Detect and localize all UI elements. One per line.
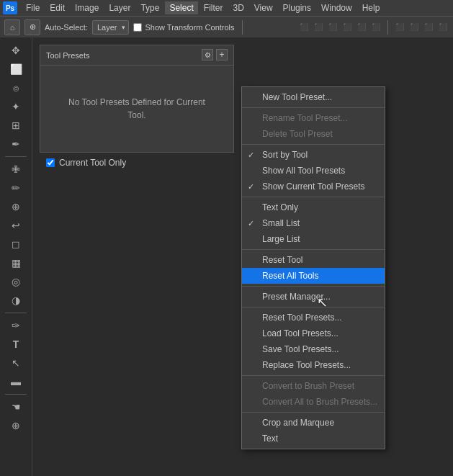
transform-checkbox[interactable]: Show Transform Controls [133, 23, 234, 32]
healing-lt-icon[interactable]: ✙ [7, 161, 24, 178]
menu-sep-4 [242, 249, 385, 250]
pen-lt-icon[interactable]: ✑ [7, 317, 24, 334]
align-bottom-icon[interactable]: ⬛ [370, 22, 382, 33]
lt-sep2 [5, 313, 27, 313]
transform-checkbox-label: Show Transform Controls [145, 23, 234, 32]
panel-footer: Current Tool Only [40, 152, 233, 172]
menu-item-new-tool-preset[interactable]: New Tool Preset... [242, 89, 385, 105]
menu-sep-2 [242, 144, 385, 145]
layer-dropdown[interactable]: Layer [92, 20, 130, 35]
menu-sep-1 [242, 107, 385, 108]
transform-icon[interactable]: ⊕ [24, 19, 40, 35]
lt-sep1 [5, 156, 27, 157]
magic-wand-lt-icon[interactable]: ✦ [7, 98, 24, 115]
sort-by-tool-label: Sort by Tool [262, 150, 308, 160]
menu-3d[interactable]: 3D [228, 1, 248, 14]
select-rect-lt-icon[interactable]: ⬜ [7, 60, 24, 78]
panel-gear-icon[interactable]: ⚙ [202, 49, 213, 60]
align-center-h-icon[interactable]: ⬛ [313, 22, 324, 33]
reset-tool-label: Reset Tool [262, 255, 302, 265]
menu-file[interactable]: File [22, 1, 44, 14]
menu-type[interactable]: Type [136, 1, 163, 14]
menu-item-text-only[interactable]: Text Only [242, 199, 385, 215]
menu-item-reset-tool[interactable]: Reset Tool [242, 252, 385, 268]
brush-lt-icon[interactable]: ✏ [7, 179, 24, 197]
menu-window[interactable]: Window [317, 1, 356, 14]
reset-all-tools-label: Reset All Tools [262, 271, 319, 281]
menu-item-load-tool-presets[interactable]: Load Tool Presets... [242, 325, 385, 341]
distribute-right-icon[interactable]: ⬛ [423, 22, 434, 33]
show-current-label: Show Current Tool Presets [262, 181, 365, 192]
eyedropper-lt-icon[interactable]: ✒ [7, 135, 24, 153]
zoom-lt-icon[interactable]: ⊕ [7, 417, 24, 434]
menu-item-delete-preset: Delete Tool Preset [242, 126, 385, 142]
options-toolbar: ⌂ ⊕ Auto-Select: Layer Show Transform Co… [0, 16, 453, 37]
menu-sep-3 [242, 197, 385, 197]
menu-item-crop-marquee[interactable]: Crop and Marquee [242, 415, 385, 431]
menu-layer[interactable]: Layer [104, 1, 135, 14]
panel-plus-icon[interactable]: + [216, 49, 228, 60]
lasso-lt-icon[interactable]: ⌾ [7, 79, 24, 96]
menu-item-large-list[interactable]: Large List [242, 231, 385, 247]
new-tool-preset-label: New Tool Preset... [262, 92, 332, 102]
menu-help[interactable]: Help [358, 1, 385, 14]
current-tool-only-label: Current Tool Only [59, 158, 126, 168]
convert-all-to-brush-label: Convert All to Brush Presets... [262, 397, 377, 407]
align-top-icon[interactable]: ⬛ [341, 22, 353, 33]
menu-item-show-all[interactable]: Show All Tool Presets [242, 163, 385, 179]
distribute-top-icon[interactable]: ⬛ [437, 22, 449, 33]
current-tool-only-checkbox[interactable] [46, 158, 55, 167]
align-icons: ⬛ ⬛ ⬛ ⬛ ⬛ ⬛ ⬛ ⬛ ⬛ ⬛ [298, 20, 449, 35]
reset-tool-presets-label: Reset Tool Presets... [262, 313, 342, 323]
menu-edit[interactable]: Edit [45, 1, 69, 14]
save-tool-presets-label: Save Tool Presets... [262, 344, 339, 354]
history-lt-icon[interactable]: ↩ [7, 217, 24, 234]
menu-image[interactable]: Image [71, 1, 103, 14]
distribute-left-icon[interactable]: ⬛ [394, 22, 405, 33]
move-tool-lt-icon[interactable]: ✥ [7, 42, 24, 59]
menu-item-show-current[interactable]: ✓ Show Current Tool Presets [242, 179, 385, 194]
distribute-center-h-icon[interactable]: ⬛ [408, 22, 420, 33]
menu-item-sort-by-tool[interactable]: ✓ Sort by Tool [242, 147, 385, 163]
menu-plugins[interactable]: Plugins [279, 1, 315, 14]
menu-item-reset-all-tools[interactable]: Reset All Tools [242, 268, 385, 284]
crop-marquee-label: Crop and Marquee [262, 418, 334, 428]
toolbar-sep2 [387, 20, 388, 35]
menu-item-replace-tool-presets[interactable]: Replace Tool Presets... [242, 357, 385, 373]
path-select-lt-icon[interactable]: ↖ [7, 354, 24, 372]
menu-select[interactable]: Select [165, 1, 197, 14]
align-center-v-icon[interactable]: ⬛ [356, 22, 367, 33]
blur-lt-icon[interactable]: ◎ [7, 273, 24, 290]
menu-sep-7 [242, 375, 385, 376]
crop-lt-icon[interactable]: ⊞ [7, 117, 24, 134]
transform-checkbox-input[interactable] [133, 23, 142, 32]
hand-lt-icon[interactable]: ☚ [7, 398, 24, 416]
menu-item-small-list[interactable]: ✓ Small List [242, 215, 385, 231]
menu-sep-6 [242, 307, 385, 307]
menu-view[interactable]: View [250, 1, 277, 14]
text-lt-icon[interactable]: T [7, 336, 24, 353]
stamp-lt-icon[interactable]: ⊕ [7, 198, 24, 215]
gradient-lt-icon[interactable]: ▦ [7, 254, 24, 271]
align-right-icon[interactable]: ⬛ [327, 22, 338, 33]
menu-item-preset-manager[interactable]: Preset Manager... [242, 289, 385, 305]
text-label: Text [262, 434, 278, 444]
eraser-lt-icon[interactable]: ◻ [7, 235, 24, 253]
menu-sep-5 [242, 286, 385, 287]
load-tool-presets-label: Load Tool Presets... [262, 328, 338, 338]
ps-logo: Ps [3, 1, 17, 14]
menu-item-save-tool-presets[interactable]: Save Tool Presets... [242, 341, 385, 357]
align-left-icon[interactable]: ⬛ [298, 22, 310, 33]
left-toolbar: ✥ ⬜ ⌾ ✦ ⊞ ✒ ✙ ✏ ⊕ ↩ ◻ ▦ ◎ ◑ ✑ T ↖ ▬ ☚ ⊕ [0, 37, 32, 476]
content-area: Tool Presets ⚙ + No Tool Presets Defined… [32, 37, 453, 476]
menu-item-rename-preset: Rename Tool Preset... [242, 110, 385, 126]
menu-item-reset-tool-presets[interactable]: Reset Tool Presets... [242, 310, 385, 325]
small-list-label: Small List [262, 218, 300, 228]
shape-lt-icon[interactable]: ▬ [7, 373, 24, 390]
dodge-lt-icon[interactable]: ◑ [7, 292, 24, 309]
main-area: ✥ ⬜ ⌾ ✦ ⊞ ✒ ✙ ✏ ⊕ ↩ ◻ ▦ ◎ ◑ ✑ T ↖ ▬ ☚ ⊕ … [0, 37, 453, 476]
move-tool-icon[interactable]: ⌂ [4, 19, 20, 35]
delete-preset-label: Delete Tool Preset [262, 129, 333, 139]
menu-filter[interactable]: Filter [199, 1, 228, 14]
menu-item-text[interactable]: Text [242, 431, 385, 446]
